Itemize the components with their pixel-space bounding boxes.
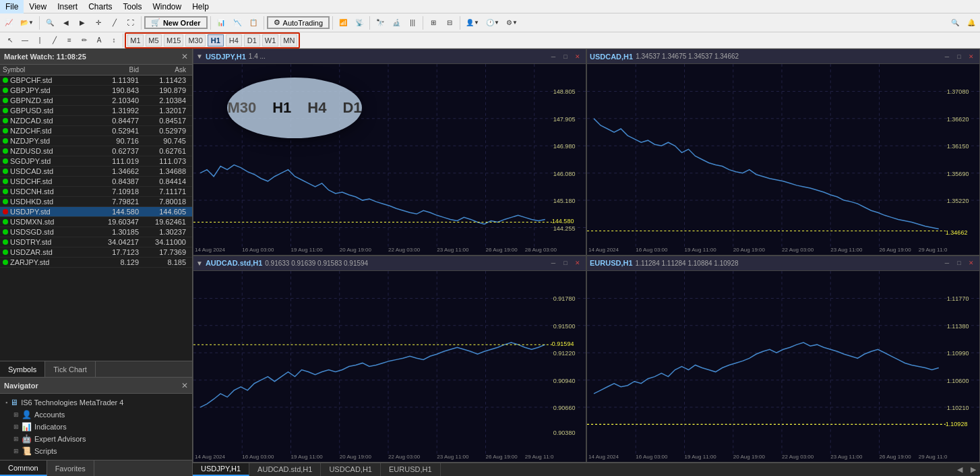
tick-chart-tab[interactable]: Tick Chart (45, 361, 96, 377)
cursor-btn[interactable]: ↖ (3, 33, 18, 48)
vline-btn[interactable]: | (32, 33, 47, 48)
market-watch-row[interactable]: GBPCHF.std 1.11391 1.11423 (0, 76, 192, 86)
zoom-minus-btn[interactable]: 🔭 (373, 16, 388, 30)
chart-audcad-max[interactable]: □ (560, 258, 571, 268)
settings-btn[interactable]: ⚙▼ (503, 16, 520, 30)
chart-eurusd-body[interactable]: 1.11770 1.11380 1.10990 1.10600 1.10210 … (587, 271, 979, 462)
chart-btn-1[interactable]: 📊 (214, 16, 228, 30)
period-btn2[interactable]: ⊟ (442, 16, 457, 30)
crosshair-btn[interactable]: ✛ (91, 16, 106, 30)
chart-btn-3[interactable]: 📋 (246, 16, 261, 30)
menu-charts[interactable]: Charts (83, 0, 117, 13)
market-watch-row[interactable]: USDJPY.std 144.580 144.605 (0, 207, 192, 217)
symbols-tab[interactable]: Symbols (0, 361, 45, 377)
market-watch-row[interactable]: NZDCAD.std 0.84477 0.84517 (0, 116, 192, 126)
chart-audcad-body[interactable]: 0.91780 0.91500 0.91220 0.90940 0.90660 … (193, 271, 586, 462)
search-btn[interactable]: 🔍 (948, 16, 962, 30)
tf-m15[interactable]: M15 (164, 34, 183, 47)
chart-eurusd-min[interactable]: ─ (942, 258, 952, 268)
market-watch-row[interactable]: USDTRY.std 34.04217 34.11000 (0, 237, 192, 247)
menu-file[interactable]: File (0, 0, 24, 13)
chart-usdjpy-max[interactable]: □ (560, 51, 571, 62)
market-watch-row[interactable]: GBPNZD.std 2.10340 2.10384 (0, 96, 192, 106)
chart-usdjpy-close[interactable]: ✕ (572, 51, 583, 62)
navigator-close[interactable]: ✕ (181, 381, 188, 390)
menu-view[interactable]: View (24, 0, 52, 13)
market-watch-close[interactable]: ✕ (181, 52, 188, 61)
chart-usdjpy-min[interactable]: ─ (548, 51, 559, 62)
arrow-tool-btn[interactable]: ↕ (106, 33, 121, 48)
tf-h1[interactable]: H1 (208, 34, 224, 47)
market-watch-row[interactable]: NZDCHF.std 0.52941 0.52979 (0, 126, 192, 136)
trend-btn[interactable]: ╱ (47, 33, 62, 48)
market-watch-row[interactable]: SGDJPY.std 111.019 111.073 (0, 156, 192, 167)
chart-eurusd-max[interactable]: □ (954, 258, 964, 268)
market-watch-row[interactable]: NZDUSD.std 0.62737 0.62761 (0, 146, 192, 156)
market-watch-row[interactable]: GBPUSD.std 1.31992 1.32017 (0, 106, 192, 116)
nav-expert-advisors[interactable]: ⊞ 🤖 Expert Advisors (3, 433, 189, 445)
tooltip-h1[interactable]: H1 (267, 96, 297, 119)
tooltip-d1[interactable]: D1 (337, 96, 367, 119)
tf-m1[interactable]: M1 (127, 34, 144, 47)
signals-btn[interactable]: 📶 (336, 16, 350, 30)
tab-scroll-right[interactable]: ▶ (967, 465, 980, 474)
new-chart-btn[interactable]: 📈 (1, 16, 16, 30)
arrow-right-btn[interactable]: ▶ (75, 16, 90, 30)
market-watch-row[interactable]: USDZAR.std 17.7123 17.7369 (0, 247, 192, 258)
nav-indicators[interactable]: ⊞ 📊 Indicators (3, 421, 189, 433)
market-watch-row[interactable]: NZDJPY.std 90.716 90.745 (0, 136, 192, 146)
account-btn[interactable]: 👤▼ (463, 16, 482, 30)
chart-btn-2[interactable]: 📉 (230, 16, 245, 30)
tf-m5[interactable]: M5 (146, 34, 162, 47)
menu-window[interactable]: Window (148, 0, 187, 13)
market-watch-row[interactable]: ZARJPY.std 8.129 8.185 (0, 258, 192, 268)
market-watch-row[interactable]: USDSGD.std 1.30185 1.30237 (0, 227, 192, 237)
clock-btn[interactable]: 🕐▼ (483, 16, 502, 30)
chart-usdcad-close[interactable]: ✕ (966, 51, 977, 62)
market-watch-row[interactable]: USDCHF.std 0.84387 0.84414 (0, 177, 192, 187)
chart-usdcad-body[interactable]: 1.37080 1.36620 1.36150 1.35690 1.35220 … (587, 64, 979, 255)
text-btn[interactable]: A (92, 33, 106, 48)
market-watch-row[interactable]: USDCNH.std 7.10918 7.11171 (0, 187, 192, 197)
chart-tab-usdcad[interactable]: USDCAD,H1 (321, 463, 381, 476)
channel-btn[interactable]: ≡ (62, 33, 77, 48)
chart-tab-audcad[interactable]: AUDCAD.std,H1 (249, 463, 321, 476)
chart-usdcad-max[interactable]: □ (954, 51, 964, 62)
new-order-button[interactable]: 🛒 New Order (144, 16, 208, 29)
favorites-tab[interactable]: Favorites (47, 460, 94, 476)
market-watch-row[interactable]: USDCAD.std 1.34662 1.34688 (0, 167, 192, 177)
tf-d1[interactable]: D1 (244, 34, 260, 47)
notification-btn[interactable]: 🔔 (964, 16, 979, 30)
chart-audcad-close[interactable]: ✕ (572, 258, 583, 268)
menu-help[interactable]: Help (187, 0, 214, 13)
nav-root[interactable]: ▪ 🖥 IS6 Technologies MetaTrader 4 (3, 396, 189, 409)
chart-usdjpy-body[interactable]: 148.805 147.905 146.980 146.080 145.180 … (193, 64, 586, 255)
pen-btn[interactable]: ✏ (77, 33, 92, 48)
signals-btn2[interactable]: 📡 (352, 16, 367, 30)
nav-scripts[interactable]: ⊞ 📜 Scripts (3, 445, 189, 457)
chart-tab-eurusd[interactable]: EURUSD,H1 (381, 463, 441, 476)
tooltip-h4[interactable]: H4 (302, 96, 332, 119)
tf-mn[interactable]: MN (280, 34, 297, 47)
tf-m30[interactable]: M30 (185, 34, 205, 47)
period-sep-btn[interactable]: ||| (405, 16, 420, 30)
period-btn1[interactable]: ⊞ (426, 16, 441, 30)
market-watch-row[interactable]: USDMXN.std 19.60347 19.62461 (0, 217, 192, 227)
market-watch-row[interactable]: GBPJPY.std 190.843 190.879 (0, 86, 192, 96)
chart-tab-usdjpy[interactable]: USDJPY,H1 (193, 463, 249, 476)
menu-tools[interactable]: Tools (118, 0, 148, 13)
market-watch-row[interactable]: USDHKD.std 7.79821 7.80018 (0, 197, 192, 207)
tooltip-m30[interactable]: M30 (222, 96, 262, 119)
tf-h4[interactable]: H4 (226, 34, 242, 47)
line-btn[interactable]: ╱ (107, 16, 122, 30)
nav-accounts[interactable]: ⊞ 👤 Accounts (3, 409, 189, 421)
hline-btn[interactable]: — (18, 33, 32, 48)
common-tab[interactable]: Common (0, 460, 47, 476)
autotrading-button[interactable]: ⚙ AutoTrading (267, 16, 330, 29)
tab-scroll-left[interactable]: ◀ (953, 465, 967, 474)
chart-usdcad-min[interactable]: ─ (942, 51, 952, 62)
open-btn[interactable]: 📂▼ (18, 16, 36, 30)
expand-btn[interactable]: ⛶ (123, 16, 138, 30)
chart-eurusd-close[interactable]: ✕ (966, 258, 977, 268)
menu-insert[interactable]: Insert (52, 0, 83, 13)
